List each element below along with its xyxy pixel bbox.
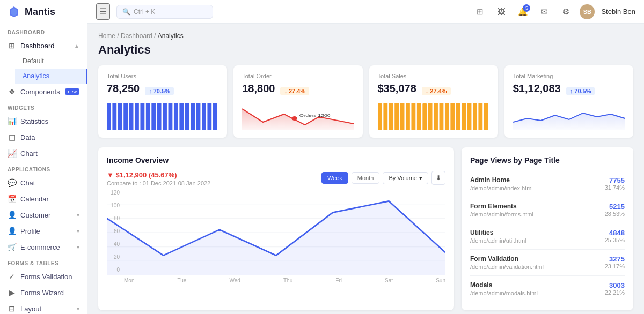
pv-stats-1: 5215 28.53% [605, 203, 625, 217]
pv-path-0: /demo/admin/index.html [470, 185, 533, 191]
svg-marker-52 [107, 201, 445, 275]
breadcrumb: Home / Dashboard / Analytics [98, 32, 633, 40]
stat-badge-1: ↓ 27.4% [280, 87, 309, 95]
pv-count-3: 3275 [605, 255, 625, 263]
calendar-icon: 📅 [8, 195, 16, 203]
pv-pct-2: 25.35% [605, 237, 625, 243]
sidebar-item-ecommerce[interactable]: 🛒 E-commerce ▾ [0, 239, 87, 255]
sidebar-item-profile[interactable]: 👤 Profile ▾ [0, 223, 87, 239]
search-box[interactable]: 🔍 Ctrl + K [116, 5, 213, 19]
sidebar-item-statistics[interactable]: 📊 Statistics [0, 113, 87, 129]
mail-button[interactable]: ✉ [537, 4, 552, 19]
layout-icon: ⊟ [8, 304, 16, 313]
statistics-label: Statistics [20, 117, 48, 125]
x-axis-label: Sun [436, 278, 445, 283]
notification-button[interactable]: 🔔 5 [515, 4, 530, 19]
pv-name-0: Admin Home [470, 176, 533, 184]
svg-rect-26 [383, 103, 387, 130]
logo-area: Mantis [0, 0, 87, 24]
breadcrumb-dashboard[interactable]: Dashboard [121, 32, 152, 40]
apps-button[interactable]: ⊞ [472, 4, 487, 19]
sidebar-item-layout[interactable]: ⊟ Layout ▾ [0, 301, 87, 314]
pv-name-2: Utilities [470, 229, 526, 236]
stat-card-3: Total Marketing $1,12,083 ↑ 70.5% [504, 65, 633, 138]
download-icon: ⬇ [436, 174, 441, 182]
stat-card-0: Total Users 78,250 ↑ 70.5% [98, 65, 227, 138]
pv-path-4: /demo/admin/modals.html [470, 290, 538, 296]
x-axis-label: Thu [283, 278, 292, 283]
sidebar-item-calendar[interactable]: 📅 Calendar [0, 191, 87, 207]
dashboard-icon: ⊞ [8, 41, 16, 50]
y-axis: 120100806040200 [107, 190, 122, 273]
sidebar-item-data[interactable]: ◫ Data [0, 129, 87, 145]
income-controls: Week Month By Volume ▾ ⬇ [321, 171, 445, 185]
sidebar-item-customer[interactable]: 👤 Customer ▾ [0, 207, 87, 223]
apps-icon: ⊞ [477, 7, 484, 17]
x-axis-label: Tue [178, 278, 187, 283]
pv-stats-4: 3003 22.21% [605, 281, 625, 296]
stat-value-2: $35,078 [378, 83, 416, 95]
svg-rect-21 [213, 103, 217, 130]
pv-stats-2: 4848 25.35% [605, 229, 625, 243]
analytics-label: Analytics [23, 72, 49, 80]
svg-rect-13 [169, 103, 173, 130]
x-axis-label: Mon [124, 278, 134, 283]
hamburger-button[interactable]: ☰ [96, 3, 110, 20]
calendar-label: Calendar [20, 195, 49, 203]
svg-rect-39 [456, 103, 460, 130]
customer-icon: 👤 [8, 211, 16, 219]
pv-stats-0: 7755 31.74% [605, 176, 625, 191]
layout-label: Layout [20, 305, 41, 313]
forms-wizard-icon: ▶ [8, 288, 16, 297]
svg-rect-40 [462, 103, 466, 130]
content: Home / Dashboard / Analytics Analytics T… [87, 24, 644, 314]
week-button[interactable]: Week [321, 172, 348, 184]
sidebar: Mantis Dashboard ⊞ Dashboard ▲ Default A… [0, 0, 87, 314]
svg-rect-32 [416, 103, 421, 130]
sidebar-item-chat[interactable]: 💬 Chat [0, 175, 87, 191]
breadcrumb-home[interactable]: Home [98, 32, 115, 40]
download-button[interactable]: ⬇ [431, 171, 445, 185]
svg-rect-11 [157, 103, 162, 130]
chevron-down-icon2: ▾ [77, 228, 79, 234]
notification-badge: 5 [523, 4, 530, 12]
settings-button[interactable]: ⚙ [558, 4, 573, 19]
page-views-row: Form Validation /demo/admin/validation.h… [470, 250, 625, 276]
profile-icon: 👤 [8, 227, 16, 235]
sidebar-item-forms-wizard[interactable]: ▶ Forms Wizard [0, 285, 87, 301]
svg-rect-4 [118, 103, 122, 130]
sidebar-item-components[interactable]: ❖ Components new [0, 84, 87, 100]
sidebar-item-analytics[interactable]: Analytics [15, 69, 87, 84]
ecommerce-icon: 🛒 [8, 243, 16, 251]
income-title: Income Overview [107, 156, 445, 165]
svg-rect-38 [450, 103, 455, 130]
pv-pct-1: 28.53% [605, 211, 625, 217]
page-title: Analytics [98, 43, 633, 57]
month-button[interactable]: Month [352, 172, 380, 184]
page-views-row: Utilities /demo/admin/util.html 4848 25.… [470, 223, 625, 250]
image-button[interactable]: 🖼 [494, 4, 509, 19]
y-axis-label: 0 [107, 267, 120, 273]
page-views-row: Admin Home /demo/admin/index.html 7755 3… [470, 171, 625, 197]
main-area: ☰ 🔍 Ctrl + K ⊞ 🖼 🔔 5 ✉ ⚙ SB Stebin [87, 0, 644, 314]
pv-path-1: /demo/admin/forms.html [470, 211, 533, 218]
mail-icon: ✉ [541, 7, 548, 17]
sidebar-item-dashboard[interactable]: ⊞ Dashboard ▲ [0, 38, 87, 54]
svg-rect-36 [439, 103, 443, 130]
volume-dropdown[interactable]: By Volume ▾ [383, 172, 428, 184]
pv-name-4: Modals [470, 281, 538, 289]
sidebar-item-forms-validation[interactable]: ✓ Forms Validation [0, 268, 87, 285]
header-icons: ⊞ 🖼 🔔 5 ✉ ⚙ SB Stebin Ben [472, 4, 635, 19]
sidebar-item-default[interactable]: Default [15, 54, 87, 69]
search-icon: 🔍 [122, 8, 130, 16]
data-icon: ◫ [8, 133, 16, 141]
svg-rect-28 [394, 103, 399, 130]
x-axis-label: Sat [385, 278, 393, 283]
sidebar-item-chart[interactable]: 📈 Chart [0, 145, 87, 161]
pv-pct-4: 22.21% [605, 289, 625, 296]
svg-rect-19 [202, 103, 206, 130]
avatar[interactable]: SB [580, 4, 595, 19]
pv-count-1: 5215 [605, 203, 625, 211]
pv-info-1: Form Elements /demo/admin/forms.html [470, 203, 533, 218]
income-overview-card: Income Overview ▼ $1,12,900 (45.67%) Com… [98, 147, 454, 310]
